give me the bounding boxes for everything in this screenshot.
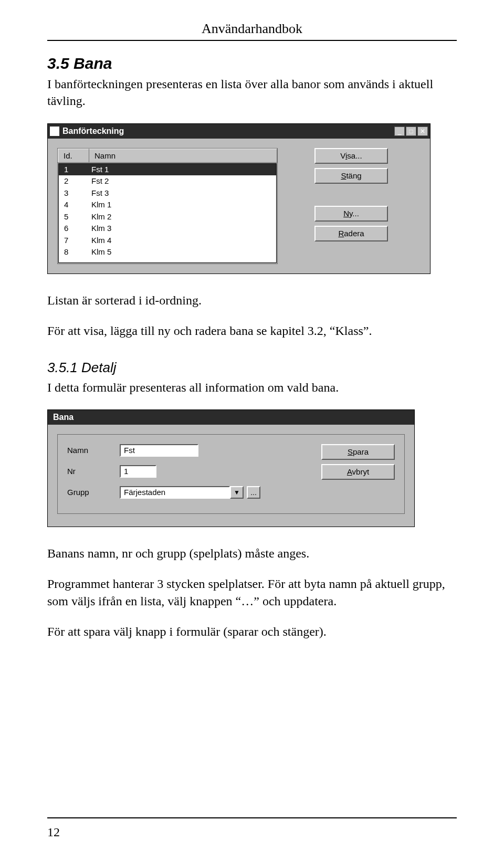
visa-button[interactable]: Visa...: [314, 148, 388, 164]
minimize-icon[interactable]: _: [394, 127, 405, 136]
close-icon[interactable]: ✕: [417, 127, 428, 136]
nr-input[interactable]: 1: [120, 465, 156, 478]
table-row[interactable]: 7 Klm 4: [59, 235, 276, 247]
spara-button[interactable]: Spara: [321, 444, 395, 460]
avbryt-button[interactable]: Avbryt: [321, 464, 395, 480]
cell-id: 7: [59, 235, 89, 247]
cell-id: 2: [59, 175, 89, 187]
maximize-icon[interactable]: □: [406, 127, 416, 136]
track-list[interactable]: Id. Namn 1 Fst 1 2 Fst 2 3 Fst 3: [57, 148, 278, 264]
window-banforteckning: Banförteckning _ □ ✕ Id. Namn 1 Fst 1: [47, 123, 430, 274]
section-heading-3-5: 3.5 Bana: [47, 55, 457, 72]
cell-id: 1: [59, 164, 89, 176]
cell-name: Fst 1: [89, 164, 276, 176]
col-id[interactable]: Id.: [58, 149, 89, 162]
table-row[interactable]: 2 Fst 2: [59, 175, 276, 187]
cell-name: Klm 5: [89, 246, 276, 258]
ellipsis-button[interactable]: ...: [247, 486, 260, 499]
paragraph-4: I detta formulär presenteras all informa…: [47, 379, 457, 396]
cell-id: 4: [59, 199, 89, 211]
subsection-heading-3-5-1: 3.5.1 Detalj: [47, 360, 457, 376]
ny-button[interactable]: Ny...: [314, 206, 388, 222]
cell-id: 8: [59, 246, 89, 258]
table-row[interactable]: 3 Fst 3: [59, 187, 276, 199]
label-grupp: Grupp: [67, 488, 120, 497]
label-nr: Nr: [67, 467, 120, 476]
cell-id: 6: [59, 223, 89, 235]
cell-name: Klm 1: [89, 199, 276, 211]
titlebar: Bana: [48, 410, 414, 425]
cell-name: Fst 3: [89, 187, 276, 199]
cell-name: Klm 3: [89, 223, 276, 235]
cell-name: Klm 2: [89, 211, 276, 223]
cell-id: 5: [59, 211, 89, 223]
header-rule: [47, 40, 457, 41]
paragraph-3: För att visa, lägga till ny och radera b…: [47, 322, 457, 339]
grupp-combobox[interactable]: Färjestaden: [120, 486, 230, 499]
radera-button[interactable]: Radera: [314, 226, 388, 241]
stang-button[interactable]: Stäng: [314, 168, 388, 184]
table-row[interactable]: 6 Klm 3: [59, 223, 276, 235]
window-title: Banförteckning: [62, 127, 394, 136]
window-title: Bana: [50, 413, 412, 422]
table-row[interactable]: 5 Klm 2: [59, 211, 276, 223]
label-namn: Namn: [67, 446, 120, 455]
window-icon: [50, 127, 59, 136]
doc-header: Användarhandbok: [47, 21, 457, 37]
titlebar: Banförteckning _ □ ✕: [48, 124, 430, 139]
paragraph-5: Banans namn, nr och grupp (spelplats) må…: [47, 545, 457, 562]
namn-input[interactable]: Fst: [120, 444, 198, 457]
table-row[interactable]: 8 Klm 5: [59, 246, 276, 258]
form-frame: Namn Fst Nr 1 Grupp Färjestaden ▼ ...: [57, 434, 405, 514]
paragraph-2: Listan är sorterad i id-ordning.: [47, 292, 457, 309]
paragraph-1: I banförteckningen presenteras en lista …: [47, 76, 457, 110]
cell-id: 3: [59, 187, 89, 199]
cell-name: Klm 4: [89, 235, 276, 247]
footer-rule: [47, 817, 457, 818]
window-bana: Bana Namn Fst Nr 1 Grupp Färjest: [47, 409, 415, 527]
table-row[interactable]: 4 Klm 1: [59, 199, 276, 211]
paragraph-6: Programmet hanterar 3 stycken spelplatse…: [47, 575, 457, 609]
cell-name: Fst 2: [89, 175, 276, 187]
list-header: Id. Namn: [58, 149, 277, 163]
paragraph-7: För att spara välj knapp i formulär (spa…: [47, 623, 457, 640]
col-name[interactable]: Namn: [89, 149, 277, 162]
page-number: 12: [47, 825, 60, 839]
table-row[interactable]: 1 Fst 1: [59, 164, 276, 176]
chevron-down-icon[interactable]: ▼: [230, 486, 244, 499]
